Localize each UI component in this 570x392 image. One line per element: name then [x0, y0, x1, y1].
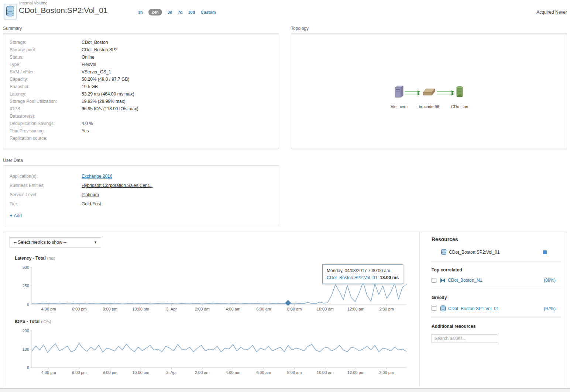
svg-text:12:00 pm: 12:00 pm: [347, 370, 364, 375]
summary-row: Storage pool:CDot_Boston:SP2: [10, 46, 279, 53]
svg-text:8:00 pm: 8:00 pm: [103, 370, 117, 375]
summary-value: Yes: [82, 128, 89, 133]
summary-row: Capacity:50.20% (49.0 / 97.7 GB): [10, 76, 279, 83]
application-link[interactable]: Exchange 2016: [82, 174, 112, 179]
window-footer: [0, 388, 570, 392]
summary-value: 19.93% (29.99% max): [82, 99, 126, 104]
summary-label: Storage Pool Utilization:: [10, 99, 82, 104]
select-metrics-label: -- Select metrics to show --: [14, 240, 66, 245]
service-level-value[interactable]: Platinum: [82, 192, 99, 197]
svg-text:10:00 am: 10:00 am: [317, 307, 334, 311]
resources-panel: Resources CDot_Boston:SP2:Vol_01 Top cor…: [432, 236, 562, 343]
user-data-row: Application(s):Exchange 2016: [10, 171, 279, 181]
summary-label: Status:: [10, 55, 82, 60]
greedy-heading: Greedy: [432, 295, 562, 300]
latency-chart-title: Latency - Total(ms): [15, 256, 55, 261]
correlated-resource-row: CDot_Boston_N1 (89%): [432, 278, 562, 283]
summary-row: Replication source:: [10, 135, 279, 142]
topology-node-storage[interactable]: [457, 86, 463, 97]
time-range-24h-selected[interactable]: 24h: [148, 9, 162, 15]
topology-node-switch[interactable]: [423, 89, 435, 95]
correlation-percent[interactable]: (89%): [544, 278, 556, 283]
topology-panel: Vie...com brocade 96 CDo...ton: [291, 33, 567, 149]
svg-text:4:00 am: 4:00 am: [226, 370, 240, 375]
iops-chart[interactable]: 01002004:00 pm6:00 pm8:00 pm10:00 pm3. A…: [13, 325, 410, 377]
acquired-status: Acquired Never: [536, 10, 567, 15]
internal-volume-icon: [4, 3, 17, 20]
greedy-percent[interactable]: (97%): [544, 306, 556, 311]
user-data-label: Tier:: [10, 201, 82, 207]
user-data-section-title: User Data: [3, 158, 23, 163]
svg-text:3. Apr: 3. Apr: [166, 370, 177, 375]
summary-value: 4.0 %: [82, 121, 93, 126]
resource-checkbox[interactable]: [432, 306, 436, 311]
svg-text:200: 200: [23, 329, 29, 333]
topology-link: [405, 92, 420, 94]
svg-text:3. Apr: 3. Apr: [166, 307, 177, 311]
summary-section-title: Summary: [3, 26, 22, 31]
topology-link: [437, 92, 454, 94]
user-data-row: Service Level:Platinum: [10, 190, 279, 199]
svg-text:8:00 pm: 8:00 pm: [103, 307, 117, 311]
summary-label: SVM / vFiler:: [10, 69, 82, 74]
plus-icon: +: [10, 213, 13, 218]
svg-text:100: 100: [23, 347, 29, 351]
summary-label: IOPS:: [10, 106, 82, 111]
time-range-custom[interactable]: Custom: [200, 10, 216, 14]
svg-text:2:00 am: 2:00 am: [195, 307, 210, 311]
asset-type-label: Internal Volume: [19, 1, 47, 5]
select-metrics-dropdown[interactable]: -- Select metrics to show -- ▼: [10, 237, 101, 247]
summary-panel: Storage:CDot_Boston Storage pool:CDot_Bo…: [3, 33, 279, 149]
svg-text:6:00 am: 6:00 am: [256, 370, 271, 375]
topology-node-host[interactable]: [395, 86, 403, 97]
business-entity-value[interactable]: Hybridsoft Corporation.Sales.Cent...: [82, 183, 152, 188]
summary-label: Thin Provisioning:: [10, 128, 82, 133]
summary-row: Status:Online: [10, 53, 279, 61]
summary-value: 19.5 GB: [82, 84, 98, 89]
topology-node-label: Vie...com: [391, 104, 408, 109]
time-range-7d[interactable]: 7d: [178, 10, 183, 14]
svg-text:6:00 pm: 6:00 pm: [72, 370, 87, 375]
search-assets-input[interactable]: [432, 334, 497, 343]
additional-resources-heading: Additional resources: [432, 324, 562, 329]
storage-pool-link[interactable]: CDot_Boston:SP2: [82, 47, 117, 52]
divider: [432, 289, 562, 289]
summary-value: 50.20% (49.0 / 97.7 GB): [82, 77, 129, 82]
time-range-3d[interactable]: 3d: [168, 10, 172, 14]
summary-row: Latency:53.29 ms (464.00 ms max): [10, 90, 279, 98]
metrics-panel: -- Select metrics to show -- ▼ Latency -…: [3, 232, 567, 387]
svg-text:6:00 pm: 6:00 pm: [72, 307, 87, 311]
svg-text:10:00 pm: 10:00 pm: [132, 307, 149, 311]
add-user-data-button[interactable]: + Add: [10, 213, 279, 218]
user-data-label: Application(s):: [10, 174, 82, 179]
time-range-bar: 3h 24h 3d 7d 30d Custom: [138, 9, 216, 15]
user-data-row: Tier:Gold-Fast: [10, 199, 279, 208]
tier-value[interactable]: Gold-Fast: [82, 201, 101, 207]
tooltip-asset-link[interactable]: CDot_Boston:SP2:Vol_01:: [327, 275, 379, 280]
summary-row: IOPS:96.95 IO/s (118.00 IO/s max): [10, 105, 279, 112]
svg-text:250: 250: [23, 284, 29, 288]
tooltip-value: 18.00 ms: [380, 275, 399, 280]
user-data-label: Service Level:: [10, 192, 82, 197]
correlated-resource-link[interactable]: CDot_Boston_N1: [448, 278, 482, 283]
greedy-resource-row: CDot_Boston:SP1:Vol_01 (97%): [432, 305, 562, 312]
time-range-30d[interactable]: 30d: [188, 10, 195, 14]
svg-text:8:00 am: 8:00 am: [287, 307, 302, 311]
greedy-resource-link[interactable]: CDot_Boston:SP1:Vol_01: [448, 306, 499, 311]
summary-label: Type:: [10, 62, 82, 67]
summary-row: Storage Pool Utilization:19.93% (29.99% …: [10, 98, 279, 105]
time-range-3h[interactable]: 3h: [138, 10, 143, 14]
svg-text:4:00 am: 4:00 am: [226, 307, 240, 311]
chevron-down-icon: ▼: [94, 240, 97, 244]
storage-link[interactable]: CDot_Boston: [82, 40, 108, 45]
user-data-panel: Application(s):Exchange 2016 Business En…: [3, 165, 279, 227]
summary-label: Storage:: [10, 40, 82, 45]
node-icon: [440, 278, 445, 283]
page-title: CDot_Boston:SP2:Vol_01: [19, 6, 108, 15]
resource-main-item: CDot_Boston:SP2:Vol_01: [432, 249, 562, 255]
resource-checkbox[interactable]: [432, 278, 436, 283]
add-label: Add: [14, 213, 22, 218]
tooltip-date: Monday, 04/03/2017 7:30:00 am: [327, 267, 399, 274]
vertical-divider: [419, 232, 420, 387]
summary-row: Deduplication Savings:4.0 %: [10, 120, 279, 127]
